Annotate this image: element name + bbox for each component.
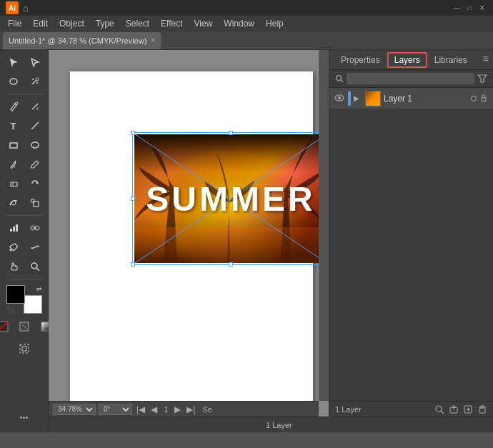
menu-object[interactable]: Object bbox=[54, 17, 89, 30]
nav-first-button[interactable]: |◀ bbox=[135, 404, 146, 414]
panel-menu-button[interactable]: ≡ bbox=[483, 53, 489, 64]
doc-tab[interactable]: Untitled-1* @ 34.78 % (CMYK/Preview) × bbox=[3, 32, 161, 49]
lasso-tool[interactable] bbox=[4, 72, 24, 91]
eraser-tools bbox=[4, 174, 45, 193]
layer-expand-button[interactable]: ▶ bbox=[354, 94, 362, 102]
svg-marker-40 bbox=[478, 75, 487, 82]
svg-rect-16 bbox=[10, 229, 12, 232]
default-colors-icon[interactable]: ⬛ bbox=[6, 307, 14, 314]
filter-icon[interactable] bbox=[477, 74, 487, 84]
eraser-tool[interactable] bbox=[4, 174, 24, 193]
maximize-button[interactable]: □ bbox=[464, 3, 474, 13]
dropper-tools bbox=[4, 238, 45, 257]
hand-tool[interactable] bbox=[4, 257, 24, 276]
type-tools: T bbox=[4, 116, 45, 135]
warp-tool[interactable] bbox=[4, 194, 24, 212]
artboard-tool[interactable] bbox=[14, 339, 34, 358]
svg-rect-17 bbox=[13, 227, 15, 232]
scale-tool[interactable] bbox=[25, 194, 45, 212]
eyedropper-tool[interactable] bbox=[4, 238, 24, 257]
rectangle-tool[interactable] bbox=[4, 136, 24, 154]
tab-close-button[interactable]: × bbox=[151, 36, 155, 44]
menu-select[interactable]: Select bbox=[121, 17, 154, 30]
menu-type[interactable]: Type bbox=[91, 17, 119, 30]
layer-target-indicator[interactable] bbox=[471, 96, 477, 101]
direct-select-tool[interactable] bbox=[25, 53, 45, 71]
layers-list: ▶ Layer 1 bbox=[329, 88, 493, 401]
ellipse-tool[interactable] bbox=[25, 136, 45, 154]
magic-wand-tool[interactable] bbox=[25, 72, 45, 91]
nav-last-button[interactable]: ▶| bbox=[185, 404, 196, 414]
layer-count-status: 1 Layer bbox=[266, 421, 292, 429]
status-text-canvas: Se bbox=[202, 405, 211, 414]
menu-edit[interactable]: Edit bbox=[28, 17, 53, 30]
panel-tabs: Properties Layers Libraries ≡ bbox=[329, 50, 493, 70]
type-tool[interactable]: T bbox=[4, 116, 24, 135]
layer-name: Layer 1 bbox=[384, 94, 468, 104]
svg-point-13 bbox=[11, 201, 16, 205]
menu-bar: File Edit Object Type Select Effect View… bbox=[0, 16, 493, 31]
menu-file[interactable]: File bbox=[3, 17, 26, 30]
svg-rect-50 bbox=[479, 408, 485, 413]
ai-logo: Ai bbox=[6, 1, 19, 14]
canvas-and-panel: SUMMER bbox=[49, 50, 493, 432]
svg-line-39 bbox=[341, 80, 343, 82]
panel-status-bar: 1 Layer bbox=[329, 401, 493, 417]
close-button[interactable]: ✕ bbox=[477, 3, 487, 13]
doc-tab-title: Untitled-1* @ 34.78 % (CMYK/Preview) bbox=[9, 36, 146, 45]
swap-colors-icon[interactable]: ⇄ bbox=[36, 285, 42, 292]
home-icon[interactable]: ⌂ bbox=[23, 3, 29, 14]
menu-help[interactable]: Help bbox=[261, 17, 289, 30]
layer-count-label: 1 Layer bbox=[335, 405, 362, 414]
tab-libraries[interactable]: Libraries bbox=[427, 52, 474, 68]
canvas-scroll-right[interactable] bbox=[319, 50, 329, 401]
minimize-button[interactable]: — bbox=[452, 3, 462, 13]
transform-tools bbox=[4, 72, 45, 91]
svg-point-42 bbox=[338, 96, 341, 99]
move-to-layer-icon[interactable] bbox=[463, 404, 473, 414]
tab-properties[interactable]: Properties bbox=[334, 52, 387, 68]
color-fill-btn[interactable] bbox=[14, 317, 34, 336]
none-fill-btn[interactable] bbox=[0, 317, 13, 336]
pencil-tool[interactable] bbox=[25, 155, 45, 174]
add-layer-icon[interactable] bbox=[449, 404, 459, 414]
layer-visibility-toggle[interactable] bbox=[334, 94, 345, 104]
menu-view[interactable]: View bbox=[189, 17, 218, 30]
svg-line-45 bbox=[441, 411, 444, 414]
pen-tool[interactable] bbox=[4, 97, 24, 116]
tab-layers[interactable]: Layers bbox=[387, 52, 427, 68]
selection-tools bbox=[4, 53, 45, 71]
find-layer-icon[interactable] bbox=[434, 404, 444, 414]
menu-effect[interactable]: Effect bbox=[156, 17, 187, 30]
nav-next-button[interactable]: ▶ bbox=[173, 404, 182, 414]
hand-tools bbox=[4, 257, 45, 276]
stroke-color[interactable] bbox=[24, 295, 42, 314]
artboard: SUMMER bbox=[70, 71, 313, 407]
graph-tool[interactable] bbox=[4, 219, 24, 237]
nav-prev-button[interactable]: ◀ bbox=[149, 404, 159, 414]
layer-search-input[interactable] bbox=[347, 73, 474, 84]
paintbrush-tool[interactable] bbox=[4, 155, 24, 174]
artboard-number: 1 bbox=[161, 405, 170, 414]
svg-rect-8 bbox=[10, 143, 17, 148]
svg-rect-18 bbox=[16, 224, 18, 232]
layer-lock-icon[interactable] bbox=[479, 94, 489, 104]
more-tools[interactable]: ••• bbox=[6, 408, 42, 427]
menu-window[interactable]: Window bbox=[219, 17, 259, 30]
zoom-select[interactable]: 34.78% 50% 100% bbox=[53, 404, 96, 415]
measure-tool[interactable] bbox=[25, 238, 45, 257]
main-area: + T bbox=[0, 50, 493, 432]
select-tool[interactable] bbox=[4, 53, 24, 71]
rotation-select[interactable]: 0° 90° 180° bbox=[99, 404, 132, 415]
line-segment-tool[interactable] bbox=[25, 116, 45, 135]
layer-row[interactable]: ▶ Layer 1 bbox=[329, 88, 493, 109]
layer-search-bar bbox=[329, 70, 493, 88]
add-anchor-tool[interactable]: + bbox=[25, 97, 45, 116]
blend-tool[interactable] bbox=[25, 219, 45, 237]
svg-point-25 bbox=[31, 263, 37, 269]
canvas-area[interactable]: SUMMER bbox=[49, 50, 329, 417]
fill-color[interactable] bbox=[6, 285, 25, 304]
delete-layer-icon[interactable] bbox=[477, 404, 487, 414]
rotate-tool[interactable] bbox=[25, 174, 45, 193]
zoom-tool[interactable] bbox=[25, 257, 45, 276]
